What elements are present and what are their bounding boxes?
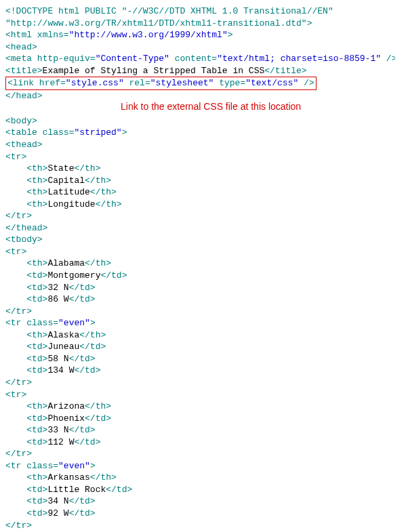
row0-lon: 86 W [47, 294, 68, 304]
th-state: State [47, 163, 74, 173]
doctype-line1: <!DOCTYPE html PUBLIC "-//W3C//DTD XHTML… [5, 6, 333, 16]
row2-lat: 33 N [47, 425, 68, 435]
table-class: striped [79, 127, 117, 138]
th-capital: Capital [47, 176, 85, 186]
row3-class: even [64, 461, 85, 471]
code-block: <!DOCTYPE html PUBLIC "-//W3C//DTD XHTML… [5, 5, 390, 532]
th-longitude: Longitude [47, 199, 95, 209]
row1-lon: 134 W [47, 365, 74, 375]
row0-capital: Montgomery [47, 270, 100, 281]
doctype-line2: "http://www.w3.org/TR/xhtml1/DTD/xhtml1-… [5, 18, 312, 28]
row1-capital: Juneau [47, 342, 79, 352]
link-type: text/css [251, 78, 293, 88]
th-latitude: Latitude [47, 187, 89, 197]
row3-state: Arkansas [47, 472, 89, 483]
annotation-text: Link to the external CSS file at this lo… [121, 100, 301, 113]
row2-state: Arizona [47, 401, 85, 411]
row1-state: Alaska [47, 330, 79, 340]
link-rel: stylesheet [156, 78, 209, 88]
link-href: style.css [71, 78, 119, 88]
row2-capital: Phoenix [47, 413, 85, 424]
row1-class: even [64, 318, 85, 328]
row3-lon: 92 W [47, 508, 68, 518]
row1-lat: 58 N [47, 354, 68, 364]
xmlns-value: http://www.w3.org/1999/xhtml [74, 30, 222, 40]
row3-lat: 34 N [47, 496, 68, 506]
meta-content: text/html; charset=iso-8859-1 [222, 54, 375, 64]
row2-lon: 112 W [47, 437, 74, 447]
highlighted-link-line: <link href="style.css" rel="stylesheet" … [5, 77, 317, 90]
row3-capital: Little Rock [47, 485, 106, 495]
title-text: Example of Styling a Stripped Table in C… [43, 66, 265, 76]
row0-lat: 32 N [47, 283, 68, 293]
row0-state: Alabama [47, 258, 85, 268]
meta-http-equiv: Content-Type [100, 54, 164, 64]
